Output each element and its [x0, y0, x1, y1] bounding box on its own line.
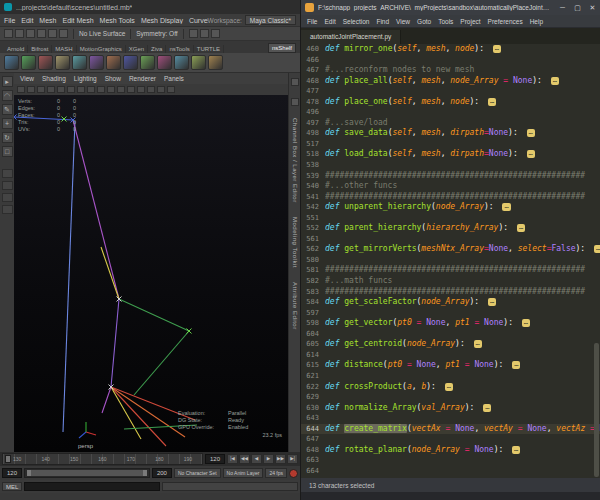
code-line[interactable]: 468def place_all(self, mesh, node_Array … — [301, 76, 600, 87]
axis-gizmo[interactable] — [86, 432, 96, 435]
attribute-editor-icon[interactable] — [291, 98, 299, 106]
code-line[interactable]: 498def save_data(self, mesh, dirpath=Non… — [301, 128, 600, 139]
maya-menu-item[interactable]: Mesh — [39, 17, 56, 24]
code-line[interactable]: 467#...reconform nodes to new mesh — [301, 65, 600, 76]
code-line[interactable]: 466 — [301, 55, 600, 66]
fold-marker[interactable]: … — [493, 45, 501, 53]
file-tab[interactable]: automaticJointPlacement.py — [301, 30, 401, 44]
maya-menu-item[interactable]: Mesh Display — [141, 17, 183, 24]
shelf-icon[interactable] — [55, 55, 70, 70]
code-line[interactable]: 580 — [301, 255, 600, 266]
panel-menu-item[interactable]: Show — [105, 75, 121, 82]
editor-scrollbar-thumb[interactable] — [594, 343, 599, 477]
code-line[interactable]: 551 — [301, 213, 600, 224]
live-surface-dropdown[interactable]: No Live Surface — [79, 30, 125, 37]
viewport-toolbar-icon[interactable] — [97, 86, 105, 93]
code-line[interactable]: 518def load_data(self, mesh, dirpath=Non… — [301, 149, 600, 160]
fold-marker[interactable]: … — [483, 404, 491, 412]
code-line[interactable]: 496 — [301, 107, 600, 118]
viewport-toolbar-icon[interactable] — [157, 86, 165, 93]
play-backward-button[interactable]: ◀ — [251, 454, 262, 464]
code-line[interactable]: 604 — [301, 329, 600, 340]
maya-menu-item[interactable]: Edit Mesh — [62, 17, 93, 24]
current-frame-marker[interactable] — [5, 455, 11, 463]
anim-layer-button[interactable]: No Anim Layer — [223, 468, 264, 478]
maya-menu-item[interactable]: Edit — [21, 17, 33, 24]
code-line[interactable]: 597 — [301, 308, 600, 319]
panel-tab-vertical[interactable]: Channel Box / Layer Editor — [292, 118, 298, 203]
shelf-tab[interactable]: TURTLE — [194, 45, 224, 53]
go-to-end-button[interactable]: ▶| — [287, 454, 298, 464]
shelf-tab-active[interactable]: nsShelf — [268, 43, 296, 53]
range-end-field[interactable]: 200 — [152, 468, 172, 478]
viewport[interactable]: Verts:00Edges:00Faces:00Tris:00UVs:00 Ev… — [14, 95, 288, 452]
viewport-toolbar-icon[interactable] — [37, 86, 45, 93]
editor-menu-item[interactable]: Help — [530, 18, 543, 25]
skeleton-bone[interactable] — [63, 121, 75, 432]
shelf-tab[interactable]: Bifrost — [28, 45, 52, 53]
maya-menu-item[interactable]: Curves — [189, 17, 208, 24]
code-line[interactable]: 648def rotate_planar(node_Array = None):… — [301, 445, 600, 456]
fold-marker[interactable]: … — [474, 340, 482, 348]
panel-tab-vertical[interactable]: Attribute Editor — [292, 282, 298, 330]
viewport-toolbar-icon[interactable] — [67, 86, 75, 93]
snap-to-curve-icon[interactable] — [200, 29, 209, 38]
shelf-tab[interactable]: MotionGraphics — [77, 45, 126, 53]
viewport-toolbar-icon[interactable] — [137, 86, 145, 93]
range-slider-handle-left[interactable] — [27, 470, 31, 476]
code-line[interactable]: 630def normalize_Array(val_Array): … — [301, 403, 600, 414]
code-line[interactable]: 477 — [301, 86, 600, 97]
editor-menu-item[interactable]: Edit — [324, 18, 335, 25]
save-scene-icon[interactable] — [37, 29, 46, 38]
time-slider[interactable]: 130140150160170180190 — [2, 453, 203, 465]
viewport-toolbar-icon[interactable] — [87, 86, 95, 93]
fold-marker[interactable]: … — [527, 129, 535, 137]
skeleton-bone[interactable] — [119, 299, 189, 331]
auto-key-button[interactable] — [289, 469, 298, 478]
skeleton-bone[interactable] — [102, 387, 111, 413]
code-line[interactable]: 622def crossProduct(a, b): … — [301, 382, 600, 393]
panel-menu-item[interactable]: Panels — [164, 75, 184, 82]
editor-menu-item[interactable]: Project — [460, 18, 480, 25]
shelf-icon[interactable] — [191, 55, 206, 70]
undo-icon[interactable] — [48, 29, 57, 38]
code-line[interactable]: 664 — [301, 466, 600, 477]
code-line[interactable]: 478def place_one(self, mesh, node): … — [301, 97, 600, 108]
go-to-start-button[interactable]: |◀ — [227, 454, 238, 464]
layout-custom-icon[interactable] — [2, 205, 13, 214]
skeleton-bone[interactable] — [111, 387, 166, 446]
code-line[interactable]: 561 — [301, 234, 600, 245]
editor-menu-item[interactable]: Tools — [438, 18, 453, 25]
layout-four-pane-icon[interactable] — [2, 181, 13, 190]
fps-button[interactable]: 24 fps — [265, 468, 287, 478]
panel-menu-item[interactable]: Shading — [42, 75, 66, 82]
code-line[interactable]: 581#####################################… — [301, 265, 600, 276]
fold-marker[interactable]: … — [527, 150, 535, 158]
maya-menu-item[interactable]: File — [4, 17, 15, 24]
code-line[interactable]: 621 — [301, 371, 600, 382]
editor-menu-item[interactable]: Goto — [417, 18, 431, 25]
shelf-tab[interactable]: XGen — [126, 45, 148, 53]
shelf-icon[interactable] — [21, 55, 36, 70]
code-line[interactable]: 584def get_scaleFactor(node_Array): … — [301, 297, 600, 308]
viewport-toolbar-icon[interactable] — [147, 86, 155, 93]
move-tool-icon[interactable]: + — [2, 118, 13, 129]
skeleton-bone[interactable] — [134, 331, 189, 395]
character-set-button[interactable]: No Character Set — [174, 468, 221, 478]
skeleton-bone[interactable] — [101, 247, 119, 299]
viewport-toolbar-icon[interactable] — [167, 86, 175, 93]
code-line[interactable]: 552def parent_hierarchy(hierarchy_Array)… — [301, 223, 600, 234]
fold-marker[interactable]: … — [512, 446, 520, 454]
viewport-toolbar-icon[interactable] — [17, 86, 25, 93]
fold-marker[interactable]: … — [594, 245, 600, 253]
play-forward-button[interactable]: ▶ — [263, 454, 274, 464]
minimize-button[interactable]: ─ — [555, 0, 570, 15]
fold-marker[interactable]: … — [488, 98, 496, 106]
snap-to-grid-icon[interactable] — [189, 29, 198, 38]
layout-persp-outliner-icon[interactable] — [2, 193, 13, 202]
code-line[interactable]: 605def get_centroid(node_Array): … — [301, 339, 600, 350]
maya-title-bar[interactable]: ...projects\default\scenes\untitled.mb* — [0, 0, 300, 14]
redo-icon[interactable] — [59, 29, 68, 38]
code-line[interactable]: 643 — [301, 413, 600, 424]
current-frame-field[interactable]: 120 — [205, 454, 225, 464]
